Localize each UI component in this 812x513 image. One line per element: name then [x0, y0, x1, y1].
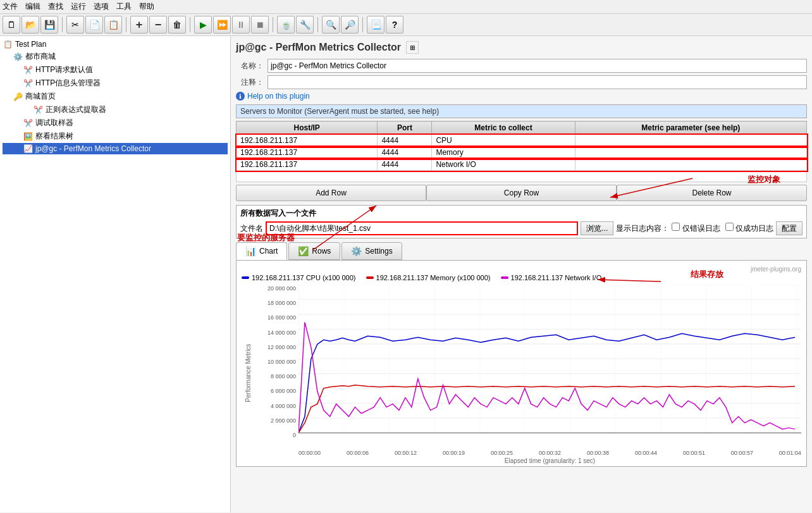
checkbox-errors[interactable] — [672, 223, 680, 231]
config-button[interactable]: 配置 — [776, 221, 803, 235]
legend-network-color — [501, 276, 508, 279]
tree-item-perfmon[interactable]: 📈 jp@gc - PerfMon Metrics Collector — [3, 143, 228, 154]
dushishangcheng-icon: ⚙️ — [13, 53, 23, 61]
search-button[interactable]: 🔍 — [322, 16, 340, 34]
new-button[interactable]: 🗒 — [3, 16, 20, 34]
col-metric: Metric to collect — [432, 121, 575, 135]
tree-item-shop-home[interactable]: 🔑 商城首页 — [3, 90, 228, 103]
http-default-icon: ✂️ — [23, 66, 33, 75]
tab-settings[interactable]: ⚙️ Settings — [341, 242, 402, 260]
http-header-icon: ✂️ — [23, 79, 33, 88]
x-axis-ticks: 00:00:00 00:00:06 00:00:12 00:00:19 00:0… — [298, 448, 801, 456]
menu-tools[interactable]: 工具 — [116, 1, 132, 12]
copy-button[interactable]: 📄 — [85, 16, 103, 34]
remove-button[interactable]: − — [149, 16, 167, 34]
y-tick-10m: 10 000 000 — [268, 359, 296, 365]
browse-button[interactable]: 浏览... — [581, 221, 613, 235]
tree-label-http-default: HTTP请求默认值 — [35, 65, 93, 75]
menu-run[interactable]: 运行 — [71, 1, 86, 12]
menu-options[interactable]: 选项 — [94, 1, 109, 12]
comment-row: 注释： — [236, 75, 807, 89]
checkbox-success[interactable] — [725, 223, 734, 231]
copy-row-button[interactable]: Copy Row — [426, 185, 617, 201]
search2-button[interactable]: 🔎 — [341, 16, 359, 34]
chart-legend: 192.168.211.137 CPU (x100 000) 192.168.2… — [242, 274, 801, 281]
regex-icon: ✂️ — [33, 106, 43, 114]
table-row[interactable]: 192.168.211.137 4444 Memory — [237, 147, 807, 159]
checkbox-errors-label[interactable]: 仅错误日志 — [672, 223, 720, 234]
col-host: Host/IP — [237, 121, 378, 135]
tree-item-regex[interactable]: ✂️ 正则表达式提取器 — [3, 103, 228, 116]
help-button[interactable]: ? — [386, 16, 403, 34]
x-tick-104: 00:01:04 — [779, 450, 801, 456]
add-row-button[interactable]: Add Row — [236, 185, 426, 201]
tree-item-dushishangcheng[interactable]: ⚙️ 都市商城 — [3, 50, 228, 63]
menu-search[interactable]: 查找 — [48, 1, 63, 12]
x-tick-51: 00:00:51 — [683, 450, 705, 456]
cut-button[interactable]: ✂ — [66, 16, 84, 34]
analyze-button[interactable]: 🍵 — [277, 16, 295, 34]
servers-section-title: Servers to Monitor (ServerAgent must be … — [236, 104, 807, 118]
file-section: 所有数据写入一个文件 文件名 浏览... 显示日志内容： 仅错误日志 仅成功日志 — [236, 205, 807, 238]
comment-input[interactable] — [268, 75, 807, 89]
name-input[interactable] — [268, 59, 807, 73]
help-link[interactable]: ℹ Help on this plugin — [236, 92, 807, 101]
rows-tab-icon: ✅ — [298, 246, 309, 256]
chart-tab-icon: 📊 — [245, 246, 256, 256]
panel-title-area: jp@gc - PerfMon Metrics Collector ⊞ — [236, 41, 807, 54]
tree-label-http-header: HTTP信息头管理器 — [35, 78, 101, 89]
paste-button[interactable]: 📋 — [104, 16, 122, 34]
table-row[interactable]: 192.168.211.137 4444 Network I/O — [237, 159, 807, 171]
chart-container: Performance Metrics 20 000 000 18 000 00… — [242, 284, 801, 461]
start-no-pause-button[interactable]: ⏩ — [213, 16, 231, 34]
analyze2-button[interactable]: 🔧 — [296, 16, 314, 34]
shutdown-button[interactable]: ⏹ — [251, 16, 269, 34]
tree-item-view-results[interactable]: 🖼️ 察看结果树 — [3, 130, 228, 143]
menu-help[interactable]: 帮助 — [139, 1, 154, 12]
tab-chart[interactable]: 📊 Chart — [236, 242, 287, 260]
log-label: 显示日志内容： — [616, 223, 669, 234]
cell-metric-3: Network I/O — [432, 159, 575, 171]
tree-label-perfmon: jp@gc - PerfMon Metrics Collector — [35, 144, 151, 153]
cell-param-1 — [575, 135, 806, 147]
tree-item-http-header[interactable]: ✂️ HTTP信息头管理器 — [3, 77, 228, 90]
file-section-title: 所有数据写入一个文件 — [240, 208, 803, 219]
tab-rows[interactable]: ✅ Rows — [288, 242, 340, 260]
y-axis-label: Performance Metrics — [245, 343, 252, 402]
divider6 — [362, 17, 363, 32]
tree-item-test-plan[interactable]: 📋 Test Plan — [3, 39, 228, 50]
cell-port-3: 4444 — [378, 159, 432, 171]
divider4 — [273, 17, 273, 32]
legend-cpu-color — [242, 276, 249, 279]
chart-area: jmeter-plugins.org 192.168.211.137 CPU (… — [236, 260, 807, 467]
tree-item-debug[interactable]: ✂️ 调试取样器 — [3, 116, 228, 130]
menu-edit[interactable]: 编辑 — [25, 1, 40, 12]
stop-button[interactable]: ⏸ — [232, 16, 250, 34]
table-row[interactable]: 192.168.211.137 4444 CPU — [237, 135, 807, 147]
legend-network-label: 192.168.211.137 Network I/O — [511, 274, 602, 281]
settings-tab-icon: ⚙️ — [351, 246, 362, 256]
x-axis-label: Elapsed time (granularity: 1 sec) — [298, 457, 801, 464]
y-axis-ticks: 20 000 000 18 000 000 16 000 000 14 000 … — [254, 284, 298, 448]
tree-label-shop-home: 商城首页 — [25, 91, 56, 102]
list-button[interactable]: 📃 — [367, 16, 384, 34]
tree-item-http-default[interactable]: ✂️ HTTP请求默认值 — [3, 63, 228, 77]
file-input[interactable] — [266, 221, 578, 235]
legend-network: 192.168.211.137 Network I/O — [501, 274, 602, 281]
right-panel: jp@gc - PerfMon Metrics Collector ⊞ 名称： … — [231, 36, 812, 512]
add-button[interactable]: + — [130, 16, 148, 34]
expand-icon[interactable]: ⊞ — [406, 41, 419, 54]
menu-file[interactable]: 文件 — [3, 1, 18, 12]
open-button[interactable]: 📂 — [22, 16, 39, 34]
clear-button[interactable]: 🗑 — [168, 16, 186, 34]
checkbox-success-label[interactable]: 仅成功日志 — [725, 223, 773, 234]
legend-memory-label: 192.168.211.137 Memory (x100 000) — [376, 274, 491, 281]
y-tick-2m: 2 000 000 — [271, 417, 296, 424]
save-button[interactable]: 💾 — [40, 16, 58, 34]
divider3 — [190, 17, 190, 32]
y-axis-label-container: Performance Metrics — [242, 284, 254, 461]
x-tick-32: 00:00:32 — [539, 450, 561, 456]
legend-cpu-label: 192.168.211.137 CPU (x100 000) — [252, 274, 356, 281]
start-button[interactable]: ▶ — [194, 16, 212, 34]
delete-row-button[interactable]: Delete Row — [617, 185, 807, 201]
